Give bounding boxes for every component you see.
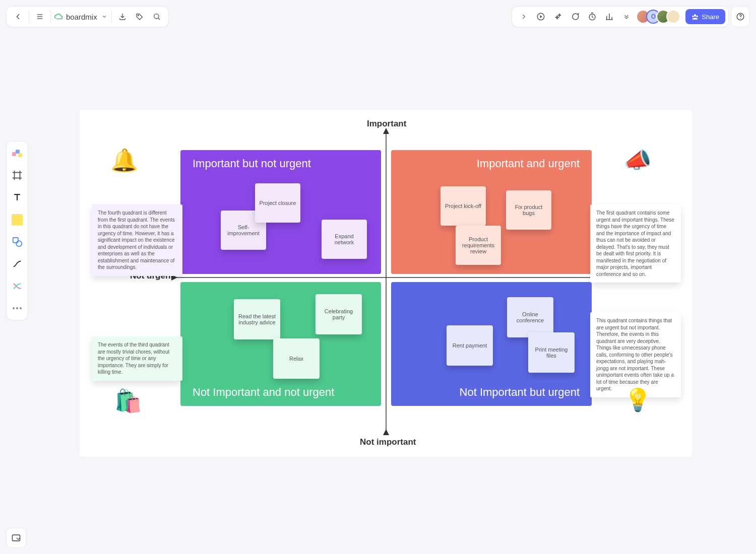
sticky-note[interactable]: Print meeting files bbox=[528, 332, 575, 373]
comment-button[interactable] bbox=[566, 8, 584, 25]
quadrant-description: The first quadrant contains some urgent … bbox=[590, 204, 681, 283]
app-title: boardmix bbox=[66, 13, 97, 21]
lamp-icon: 💡 bbox=[623, 386, 652, 414]
quadrant-description: This quadrant contains things that are u… bbox=[590, 312, 681, 397]
sticky-note[interactable]: Relax bbox=[273, 338, 320, 379]
svg-point-26 bbox=[13, 307, 15, 309]
app-title-group[interactable]: boardmix bbox=[53, 12, 109, 21]
sticky-note[interactable]: Read the latest industry advice bbox=[234, 299, 280, 339]
left-toolbar bbox=[6, 141, 28, 320]
svg-point-14 bbox=[740, 18, 741, 19]
svg-rect-29 bbox=[13, 535, 20, 541]
download-button[interactable] bbox=[114, 8, 131, 25]
text-tool[interactable] bbox=[10, 190, 25, 205]
svg-point-25 bbox=[16, 241, 22, 246]
top-right-toolbar: O Share bbox=[512, 6, 729, 27]
more-top-button[interactable] bbox=[618, 8, 635, 25]
svg-rect-15 bbox=[12, 152, 16, 156]
sticky-note[interactable]: Celebrating party bbox=[316, 294, 362, 334]
timer-button[interactable] bbox=[584, 8, 601, 25]
share-label: Share bbox=[702, 13, 719, 21]
search-button[interactable] bbox=[148, 8, 165, 25]
menu-button[interactable] bbox=[31, 8, 48, 25]
svg-marker-7 bbox=[540, 15, 543, 18]
sticky-note-tool[interactable] bbox=[10, 212, 25, 227]
divider bbox=[29, 10, 29, 23]
svg-point-3 bbox=[138, 15, 139, 16]
mindmap-tool[interactable] bbox=[10, 279, 25, 294]
quadrant-description: The events of the third quadrant are mos… bbox=[92, 336, 182, 381]
divider bbox=[111, 10, 112, 23]
sticky-note[interactable]: Product requirements review bbox=[456, 226, 501, 265]
divider bbox=[50, 10, 51, 23]
quadrant-important-not-urgent[interactable]: Important but not urgent Self-improvemen… bbox=[180, 150, 381, 274]
quadrant-not-important-not-urgent[interactable]: Not Important and not urgent Read the la… bbox=[180, 282, 381, 406]
axes-lines bbox=[80, 110, 692, 456]
help-button[interactable] bbox=[731, 6, 750, 27]
share-button[interactable]: Share bbox=[685, 9, 725, 24]
present-button[interactable] bbox=[532, 8, 549, 25]
bell-icon: 🔔 bbox=[110, 146, 138, 174]
cloud-sync-icon bbox=[54, 12, 63, 21]
quadrant-description: The fourth quadrant is different from th… bbox=[92, 204, 182, 276]
quadrant-title: Not Important and not urgent bbox=[193, 386, 334, 399]
back-button[interactable] bbox=[10, 8, 27, 25]
megaphone-icon: 📣 bbox=[623, 146, 652, 174]
quadrant-not-important-urgent[interactable]: Not Important but urgent Online conferen… bbox=[391, 282, 592, 406]
sticky-note[interactable]: Project closure bbox=[255, 183, 300, 223]
avatar-stack[interactable]: O bbox=[640, 10, 680, 24]
more-tools[interactable] bbox=[10, 301, 25, 316]
frame-tool[interactable] bbox=[10, 168, 25, 183]
expand-button[interactable] bbox=[515, 8, 532, 25]
quadrant-title: Not Important but urgent bbox=[460, 386, 580, 399]
connector-tool[interactable] bbox=[10, 256, 25, 271]
quadrant-important-urgent[interactable]: Important and urgent Project kick-off Fi… bbox=[391, 150, 592, 274]
chevron-down-icon bbox=[101, 14, 107, 20]
sticky-note[interactable]: Fix product bugs bbox=[506, 190, 551, 230]
sticky-note[interactable]: Project kick-off bbox=[440, 186, 486, 226]
canvas-board[interactable]: Important Not important Not urgent Urgen… bbox=[80, 110, 692, 456]
shopping-bag-icon: 🛍️ bbox=[114, 387, 142, 415]
sticky-note[interactable]: Expand network bbox=[322, 220, 367, 259]
axis-label-top: Important bbox=[367, 119, 406, 129]
avatar[interactable] bbox=[666, 10, 680, 24]
quadrant-title: Important and urgent bbox=[477, 157, 580, 170]
spark-button[interactable] bbox=[549, 8, 566, 25]
sticky-note[interactable]: Online conference bbox=[507, 297, 553, 337]
sticky-note-icon bbox=[12, 214, 23, 225]
chart-button[interactable] bbox=[601, 8, 618, 25]
sticky-note[interactable]: Rent payment bbox=[447, 325, 493, 366]
tag-button[interactable] bbox=[131, 8, 148, 25]
svg-point-27 bbox=[16, 307, 18, 309]
templates-tool[interactable] bbox=[10, 146, 25, 161]
svg-line-5 bbox=[158, 18, 159, 20]
shape-tool[interactable] bbox=[10, 234, 25, 249]
top-left-toolbar: boardmix bbox=[6, 6, 169, 27]
svg-rect-16 bbox=[16, 150, 20, 154]
svg-point-4 bbox=[154, 14, 158, 19]
minimap-button[interactable] bbox=[6, 528, 26, 548]
svg-rect-17 bbox=[18, 153, 22, 157]
axis-label-bottom: Not important bbox=[360, 437, 416, 447]
quadrant-title: Important but not urgent bbox=[193, 157, 311, 170]
svg-point-28 bbox=[20, 307, 22, 309]
